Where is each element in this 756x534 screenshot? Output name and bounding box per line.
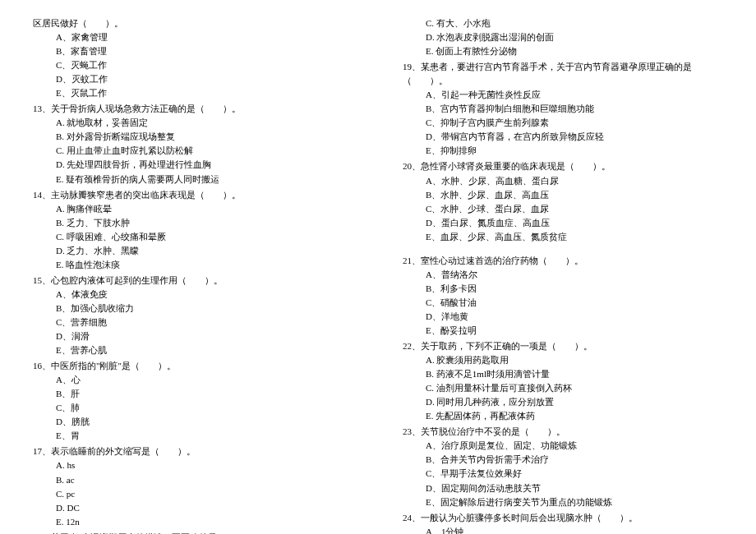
q21-option-b: B、利多卡因 [403, 282, 723, 296]
q16-option-e: E、胃 [33, 429, 353, 443]
q15-option-c: C、营养细胞 [33, 315, 353, 329]
q23-option-e: E、固定解除后进行病变关节为重点的功能锻炼 [403, 495, 723, 509]
two-column-layout: 区居民做好（ ）。 A、家禽管理 B、家畜管理 C、灭蝇工作 D、灭蚊工作 E、… [33, 16, 723, 534]
q14-stem: 14、主动脉瓣狭窄患者的突出临床表现是（ ）。 [33, 188, 353, 202]
q20-option-c: C、水肿、少球、蛋白尿、血尿 [403, 202, 723, 216]
q19-option-b: B、宫内节育器抑制白细胞和巨噬细胞功能 [403, 102, 723, 116]
q13-option-c: C. 用止血带止血时应扎紧以防松解 [33, 144, 353, 158]
q24-option-a: A、1分钟 [403, 525, 723, 534]
spacer [403, 244, 723, 252]
q18-stem: 18、关于炎f生浸润期压疮的描述，不正确的是（ ）。 [33, 531, 353, 534]
q16-option-a: A、心 [33, 373, 353, 387]
q16-option-b: B、肝 [33, 387, 353, 401]
q19-option-e: E、抑制排卵 [403, 144, 723, 158]
q21-option-e: E、酚妥拉明 [403, 324, 723, 338]
q21-option-c: C、硝酸甘油 [403, 296, 723, 310]
q18-option-e: E. 创面上有脓性分泌物 [403, 44, 723, 58]
q13-stem: 13、关于骨折病人现场急救方法正确的是（ ）。 [33, 102, 353, 116]
q23-option-d: D、固定期间勿活动患肢关节 [403, 481, 723, 495]
q19-option-c: C、抑制子宫内膜产生前列腺素 [403, 116, 723, 130]
q22-option-a: A. 胶囊须用药匙取用 [403, 353, 723, 367]
q13-option-d: D. 先处理四肢骨折，再处理进行性血胸 [33, 158, 353, 172]
q22-stem: 22、关于取药，下列不正确的一项是（ ）。 [403, 339, 723, 353]
q13-option-e: E. 疑有颈椎骨折的病人需要两人同时搬运 [33, 173, 353, 186]
right-column: C. 有大、小水疱 D. 水泡表皮剥脱露出湿润的创面 E. 创面上有脓性分泌物 … [403, 16, 723, 534]
q14-option-d: D. 乏力、水肿、黑矇 [33, 244, 353, 258]
q15-option-e: E、营养心肌 [33, 343, 353, 357]
q15-option-d: D、润滑 [33, 329, 353, 343]
q15-stem: 15、心包腔内液体可起到的生理作用（ ）。 [33, 274, 353, 288]
q17-option-a: A. hs [33, 458, 353, 472]
q17-option-b: B. ac [33, 473, 353, 487]
q13-option-b: B. 对外露骨折断端应现场整复 [33, 130, 353, 144]
q14-option-e: E. 咯血性泡沫痰 [33, 258, 353, 272]
q20-stem: 20、急性肾小球肾炎最重要的临床表现是（ ）。 [403, 159, 723, 173]
q12-option-b: B、家畜管理 [33, 44, 353, 58]
q16-option-d: D、膀胱 [33, 415, 353, 429]
q16-stem: 16、中医所指的"刚脏"是（ ）。 [33, 359, 353, 373]
q21-option-a: A、普纳洛尔 [403, 268, 723, 282]
q20-option-b: B、水肿、少尿、血尿、高血压 [403, 188, 723, 202]
q12-option-d: D、灭蚊工作 [33, 72, 353, 86]
q23-option-b: B、合并关节内骨折需手术治疗 [403, 453, 723, 467]
q18-option-d: D. 水泡表皮剥脱露出湿润的创面 [403, 30, 723, 44]
q19-option-d: D、带铜宫内节育器，在宫内所致异物反应轻 [403, 130, 723, 144]
q14-option-a: A. 胸痛伴眩晕 [33, 202, 353, 216]
q15-option-b: B、加强心肌收缩力 [33, 302, 353, 315]
q17-option-d: D. DC [33, 501, 353, 515]
q12-stem-continued: 区居民做好（ ）。 [33, 16, 353, 30]
q18-option-c: C. 有大、小水疱 [403, 16, 723, 30]
q19-stem: 19、某患者，要进行宫内节育器手术，关于宫内节育器避孕原理正确的是（ ）。 [403, 60, 723, 88]
q17-stem: 17、表示临睡前的外文缩写是（ ）。 [33, 444, 353, 458]
q24-stem: 24、一般认为心脏骤停多长时间后会出现脑水肿（ ）。 [403, 511, 723, 525]
q22-option-c: C. 油剂用量杯计量后可直接倒入药杯 [403, 381, 723, 395]
q20-option-e: E、血尿、少尿、高血压、氮质贫症 [403, 230, 723, 244]
q21-option-d: D、洋地黄 [403, 310, 723, 324]
q14-option-c: C. 呼吸困难、心绞痛和晕厥 [33, 230, 353, 244]
q12-option-e: E、灭鼠工作 [33, 86, 353, 100]
q17-option-e: E. 12n [33, 515, 353, 529]
q22-option-d: D. 同时用几种药液，应分别放置 [403, 395, 723, 409]
q23-option-a: A、治疗原则是复位、固定、功能锻炼 [403, 439, 723, 453]
q17-option-c: C. pc [33, 487, 353, 501]
q13-option-a: A. 就地取材，妥善固定 [33, 116, 353, 130]
q19-option-a: A、引起一种无菌性炎性反应 [403, 88, 723, 102]
q20-option-d: D、蛋白尿、氮质血症、高血压 [403, 216, 723, 230]
q23-option-c: C、早期手法复位效果好 [403, 467, 723, 481]
q21-stem: 21、室性心动过速首选的治疗药物（ ）。 [403, 254, 723, 268]
q16-option-c: C、肺 [33, 401, 353, 415]
q12-option-a: A、家禽管理 [33, 30, 353, 44]
q23-stem: 23、关节脱位治疗中不妥的是（ ）。 [403, 425, 723, 439]
q22-option-e: E. 先配固体药，再配液体药 [403, 409, 723, 423]
q15-option-a: A、体液免疫 [33, 288, 353, 302]
q20-option-a: A、水肿、少尿、高血糖、蛋白尿 [403, 174, 723, 188]
q22-option-b: B. 药液不足1ml时须用滴管计量 [403, 367, 723, 381]
left-column: 区居民做好（ ）。 A、家禽管理 B、家畜管理 C、灭蝇工作 D、灭蚊工作 E、… [33, 16, 353, 534]
q14-option-b: B. 乏力、下肢水肿 [33, 216, 353, 230]
q12-option-c: C、灭蝇工作 [33, 58, 353, 72]
